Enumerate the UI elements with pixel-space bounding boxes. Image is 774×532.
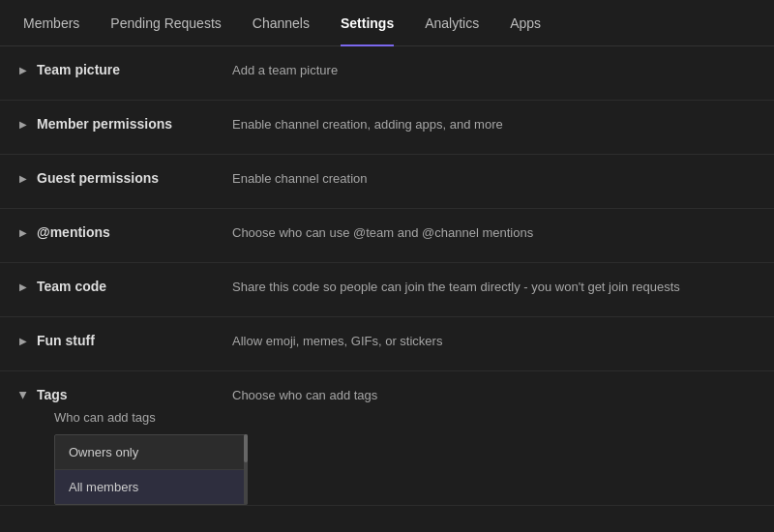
nav-item-channels[interactable]: Channels <box>237 0 325 46</box>
row-title-member-permissions: Member permissions <box>37 116 172 132</box>
row-title-team-picture: Team picture <box>37 62 120 77</box>
chevron-icon-tags: ▶ <box>19 390 27 400</box>
settings-row-mentions[interactable]: ▶ @mentions Choose who can use @team and… <box>0 209 774 263</box>
chevron-icon-fun-stuff: ▶ <box>19 336 27 346</box>
settings-row-team-picture[interactable]: ▶ Team picture Add a team picture <box>0 46 774 101</box>
tags-header[interactable]: ▶ Tags Choose who can add tags <box>0 371 774 402</box>
row-title-team-code: Team code <box>37 279 106 294</box>
row-left-mentions: ▶ @mentions <box>19 224 232 240</box>
row-title-fun-stuff: Fun stuff <box>37 333 95 348</box>
tags-subtitle: Who can add tags <box>54 410 755 425</box>
nav-label-pending-requests: Pending Requests <box>110 15 221 31</box>
dropdown-option-all-members-label: All members <box>69 480 138 494</box>
row-title-guest-permissions: Guest permissions <box>37 170 159 186</box>
settings-row-fun-stuff[interactable]: ▶ Fun stuff Allow emoji, memes, GIFs, or… <box>0 317 774 371</box>
main-content: ▶ Team picture Add a team picture ▶ Memb… <box>0 46 774 532</box>
row-desc-mentions: Choose who can use @team and @channel me… <box>232 224 755 240</box>
row-left-tags: ▶ Tags <box>19 387 232 402</box>
chevron-icon-member-permissions: ▶ <box>19 119 27 130</box>
row-left-team-code: ▶ Team code <box>19 279 232 294</box>
settings-row-guest-permissions[interactable]: ▶ Guest permissions Enable channel creat… <box>0 155 774 209</box>
dropdown-option-owners-only-label: Owners only <box>69 445 138 459</box>
row-title-mentions: @mentions <box>37 224 110 240</box>
scrollbar <box>244 434 248 505</box>
nav-label-analytics: Analytics <box>425 15 479 31</box>
chevron-icon-team-picture: ▶ <box>19 65 27 75</box>
nav-label-settings: Settings <box>341 15 394 31</box>
nav-label-apps: Apps <box>510 15 541 31</box>
nav-item-pending-requests[interactable]: Pending Requests <box>95 0 236 46</box>
row-left-guest-permissions: ▶ Guest permissions <box>19 170 232 186</box>
dropdown-option-owners-only[interactable]: Owners only <box>55 435 247 470</box>
nav-item-members[interactable]: Members <box>8 0 95 46</box>
top-navigation: Members Pending Requests Channels Settin… <box>0 0 774 46</box>
chevron-icon-team-code: ▶ <box>19 281 27 292</box>
row-desc-team-picture: Add a team picture <box>232 62 755 77</box>
settings-row-team-code[interactable]: ▶ Team code Share this code so people ca… <box>0 263 774 317</box>
scrollbar-thumb <box>244 434 248 462</box>
nav-label-channels: Channels <box>253 15 310 31</box>
row-desc-member-permissions: Enable channel creation, adding apps, an… <box>232 116 755 132</box>
nav-item-apps[interactable]: Apps <box>494 0 556 46</box>
row-desc-tags: Choose who can add tags <box>232 387 755 402</box>
row-desc-guest-permissions: Enable channel creation <box>232 170 755 186</box>
row-title-tags: Tags <box>37 387 68 402</box>
row-desc-fun-stuff: Allow emoji, memes, GIFs, or stickers <box>232 333 755 348</box>
nav-label-members: Members <box>23 15 79 31</box>
chevron-icon-mentions: ▶ <box>19 227 27 238</box>
row-left-fun-stuff: ▶ Fun stuff <box>19 333 232 348</box>
dropdown-list: Owners only All members <box>54 434 248 505</box>
dropdown-option-all-members[interactable]: All members <box>55 470 247 504</box>
tags-dropdown[interactable]: Owners only All members <box>54 434 248 505</box>
row-desc-team-code: Share this code so people can join the t… <box>232 279 755 294</box>
nav-item-settings[interactable]: Settings <box>325 0 409 46</box>
nav-item-analytics[interactable]: Analytics <box>409 0 494 46</box>
row-left-member-permissions: ▶ Member permissions <box>19 116 232 132</box>
chevron-icon-guest-permissions: ▶ <box>19 173 27 184</box>
tags-body: Who can add tags Owners only All members <box>0 402 774 505</box>
row-left-team-picture: ▶ Team picture <box>19 62 232 77</box>
settings-section-tags: ▶ Tags Choose who can add tags Who can a… <box>0 371 774 506</box>
settings-row-member-permissions[interactable]: ▶ Member permissions Enable channel crea… <box>0 101 774 155</box>
